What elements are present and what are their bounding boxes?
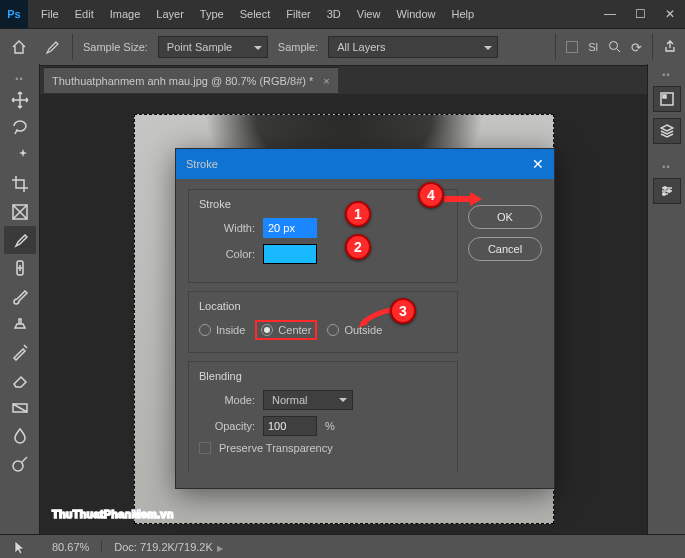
sample-size-dropdown[interactable]: Point Sample: [158, 36, 268, 58]
svg-point-0: [610, 41, 618, 49]
doc-info[interactable]: Doc: 719.2K/719.2K: [102, 541, 234, 553]
app-logo: Ps: [0, 0, 28, 28]
options-bar: Sample Size: Point Sample Sample: All La…: [0, 28, 685, 66]
dialog-close-icon[interactable]: ✕: [532, 156, 544, 172]
search-icon[interactable]: [608, 40, 621, 55]
location-group: Location Inside Center Outside: [188, 291, 458, 353]
panel-dock: •• ••: [647, 64, 685, 534]
svg-point-4: [13, 461, 23, 471]
menu-view[interactable]: View: [350, 0, 388, 28]
preserve-transparency-label: Preserve Transparency: [219, 442, 333, 454]
svg-rect-6: [663, 95, 666, 98]
dialog-title: Stroke: [186, 158, 218, 170]
gradient-tool[interactable]: [4, 394, 36, 422]
sample-label: Sample:: [278, 41, 318, 53]
location-inside-radio[interactable]: Inside: [199, 324, 245, 336]
location-center-highlight: Center: [255, 320, 317, 340]
eyedropper-tool[interactable]: [4, 226, 36, 254]
document-tab[interactable]: Thuthuatphanmem anh mau.jpg @ 80.7% (RGB…: [44, 67, 338, 93]
percent-label: %: [325, 420, 335, 432]
zoom-level[interactable]: 80.67%: [40, 541, 102, 553]
layers-panel-icon[interactable]: [653, 118, 681, 144]
menu-window[interactable]: Window: [389, 0, 442, 28]
width-label: Width:: [199, 222, 255, 234]
share-icon[interactable]: [663, 39, 677, 55]
menubar: File Edit Image Layer Type Select Filter…: [28, 0, 595, 28]
eraser-tool[interactable]: [4, 366, 36, 394]
sample-size-label: Sample Size:: [83, 41, 148, 53]
blending-group: Blending Mode: Normal Opacity: 100 % Pre…: [188, 361, 458, 472]
properties-panel-icon[interactable]: [653, 178, 681, 204]
crop-tool[interactable]: [4, 170, 36, 198]
svg-point-9: [662, 193, 665, 196]
history-icon[interactable]: ⟳: [631, 40, 642, 55]
healing-brush-tool[interactable]: [4, 254, 36, 282]
toolbox: ••: [0, 64, 40, 534]
svg-point-7: [663, 187, 666, 190]
ok-button[interactable]: OK: [468, 205, 542, 229]
blur-tool[interactable]: [4, 422, 36, 450]
clone-stamp-tool[interactable]: [4, 310, 36, 338]
home-button[interactable]: [8, 36, 30, 58]
opacity-input[interactable]: 100: [263, 416, 317, 436]
titlebar: Ps File Edit Image Layer Type Select Fil…: [0, 0, 685, 28]
magic-wand-tool[interactable]: [4, 142, 36, 170]
annotation-badge-2: 2: [345, 234, 371, 260]
divider: [555, 34, 556, 60]
window-controls: — ☐ ✕: [595, 0, 685, 28]
menu-3d[interactable]: 3D: [320, 0, 348, 28]
divider: [652, 34, 653, 60]
minimize-icon[interactable]: —: [595, 0, 625, 28]
menu-image[interactable]: Image: [103, 0, 148, 28]
preserve-transparency-checkbox: [199, 442, 211, 454]
cancel-button[interactable]: Cancel: [468, 237, 542, 261]
annotation-badge-3: 3: [390, 298, 416, 324]
dodge-tool[interactable]: [4, 450, 36, 478]
mode-label: Mode:: [199, 394, 255, 406]
close-icon[interactable]: ✕: [655, 0, 685, 28]
document-tab-label: Thuthuatphanmem anh mau.jpg @ 80.7% (RGB…: [52, 75, 313, 87]
menu-edit[interactable]: Edit: [68, 0, 101, 28]
stroke-group: Stroke Width: 20 px Color:: [188, 189, 458, 283]
document-tabstrip: Thuthuatphanmem anh mau.jpg @ 80.7% (RGB…: [0, 66, 685, 94]
width-input[interactable]: 20 px: [263, 218, 317, 238]
menu-type[interactable]: Type: [193, 0, 231, 28]
color-label: Color:: [199, 248, 255, 260]
annotation-arrow-4: [442, 190, 482, 208]
divider: [72, 34, 73, 60]
dialog-titlebar[interactable]: Stroke ✕: [176, 149, 554, 179]
menu-filter[interactable]: Filter: [279, 0, 317, 28]
eyedropper-icon[interactable]: [40, 36, 62, 58]
menu-help[interactable]: Help: [445, 0, 482, 28]
maximize-icon[interactable]: ☐: [625, 0, 655, 28]
menu-select[interactable]: Select: [233, 0, 278, 28]
menu-file[interactable]: File: [34, 0, 66, 28]
show-sampling-ring-checkbox[interactable]: [566, 41, 578, 53]
lasso-tool[interactable]: [4, 114, 36, 142]
annotation-badge-4: 4: [418, 182, 444, 208]
history-brush-tool[interactable]: [4, 338, 36, 366]
location-center-radio[interactable]: Center: [261, 324, 311, 336]
annotation-badge-1: 1: [345, 201, 371, 227]
stroke-group-label: Stroke: [199, 198, 447, 210]
status-bar: 80.67% Doc: 719.2K/719.2K: [0, 534, 685, 558]
move-tool[interactable]: [4, 86, 36, 114]
color-panel-icon[interactable]: [653, 86, 681, 112]
color-swatch[interactable]: [263, 244, 317, 264]
brush-tool[interactable]: [4, 282, 36, 310]
blending-group-label: Blending: [199, 370, 447, 382]
opacity-label: Opacity:: [199, 420, 255, 432]
svg-point-8: [667, 190, 670, 193]
toolbox-handle[interactable]: ••: [15, 74, 23, 84]
menu-layer[interactable]: Layer: [149, 0, 191, 28]
sample-layers-dropdown[interactable]: All Layers: [328, 36, 498, 58]
sl-label: Sl: [588, 41, 598, 53]
watermark: ThuThuatPhanMem.vn: [52, 498, 174, 524]
frame-tool[interactable]: [4, 198, 36, 226]
mode-dropdown[interactable]: Normal: [263, 390, 353, 410]
close-tab-icon[interactable]: ×: [323, 75, 329, 87]
cursor-icon: [0, 540, 40, 554]
